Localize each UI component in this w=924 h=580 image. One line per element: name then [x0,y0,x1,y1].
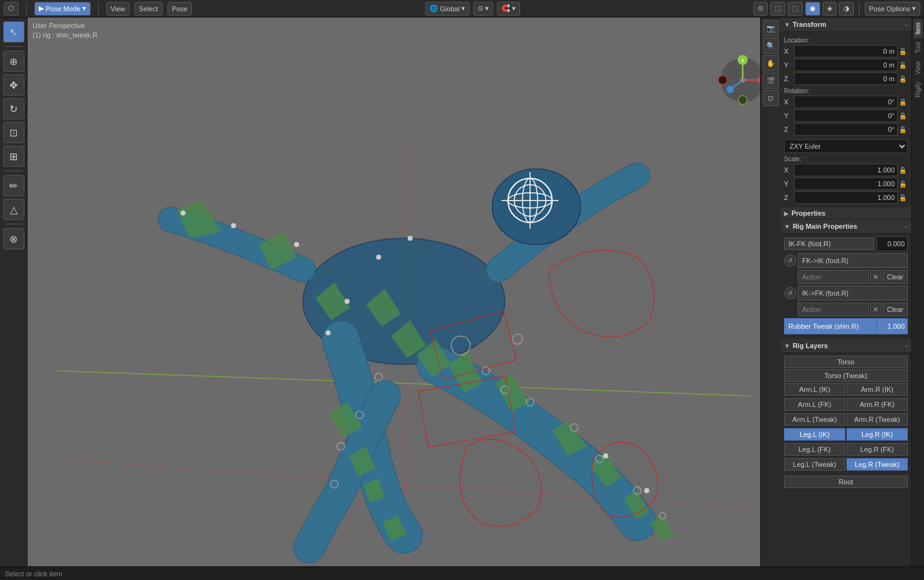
torso-btn[interactable]: Torso [784,356,908,368]
rot-z-input[interactable] [794,123,898,136]
clear-x-btn-2[interactable]: ✕ [870,302,881,316]
rotate-tool-btn[interactable]: ↻ [3,98,24,119]
transform-tool-btn[interactable]: ⊞ [3,146,24,167]
properties-title: Properties [791,209,908,217]
extra-tool-btn[interactable]: ⊗ [3,228,24,249]
scale-y-input[interactable] [794,178,898,190]
pose-menu[interactable]: Pose [168,2,192,16]
view-menu[interactable]: View [106,2,130,16]
editor-type-btn[interactable]: ⬡ [4,2,19,16]
leg-r-fk-btn[interactable]: Leg.R (FK) [846,443,908,456]
snap-btn[interactable]: 🧲 ▾ [497,2,520,16]
tool-sep-3 [4,224,23,224]
render-btn[interactable]: 🎬 [763,72,779,89]
rot-z-lock[interactable]: 🔓 [899,126,908,133]
arm-r-fk-btn[interactable]: Arm.R (FK) [846,398,908,411]
action-label-1: Action [798,270,869,284]
scale-y-row: Y 🔓 [784,178,908,190]
fk-ik-icon[interactable]: ↺ [784,254,796,267]
rot-x-lock[interactable]: 🔓 [899,99,908,106]
select-tool-btn[interactable]: ↖ [3,21,24,42]
rot-y-lock[interactable]: 🔓 [899,112,908,119]
ortho-btn[interactable]: ⊡ [763,90,779,106]
proportional-icon: ⊙ [478,4,483,12]
viewport[interactable]: User Perspective (1) rig : shin_tweak.R [28,18,780,566]
loc-y-input[interactable] [794,59,898,71]
loc-y-lock[interactable]: 🔓 [899,62,908,69]
transform-section-header[interactable]: ▼ Transform ··· [780,18,911,32]
scale-z-input[interactable] [794,191,898,204]
properties-section-header[interactable]: ▶ Properties [780,208,911,219]
fk-ik-label: FK->IK (foot.R) [798,253,908,268]
camera-persp-btn[interactable]: 📷 [763,20,779,36]
shading-2[interactable]: ◉ [805,2,820,16]
clear-btn-1[interactable]: Clear [883,270,908,284]
shading-1[interactable]: ⬚ [788,2,803,16]
shading-4[interactable]: ◑ [839,2,854,16]
scale-label: Scale: [784,156,908,162]
annotation-tool-btn[interactable]: ✏ [3,175,24,196]
overlay-btn[interactable]: ⊙ [753,2,768,16]
arm-r-ik-btn[interactable]: Arm.R (IK) [846,383,908,396]
proportional-btn[interactable]: ⊙ ▾ [473,2,493,16]
loc-z-input[interactable] [794,72,898,85]
pose-options-btn[interactable]: Pose Options ▾ [865,2,920,16]
loc-z-lock[interactable]: 🔓 [899,76,908,82]
tab-rigify[interactable]: Rigify [913,78,923,101]
xray-btn[interactable]: ⬚ [770,2,785,16]
arm-ik-row: Arm.L (IK) Arm.R (IK) [784,383,908,397]
tab-view[interactable]: View [913,58,923,79]
euler-mode-select[interactable]: ZXY Euler [784,139,908,153]
scale-y-lock[interactable]: 🔓 [899,181,908,188]
rot-y-label: Y [784,112,793,119]
ik-fk-value[interactable] [876,236,908,251]
mode-selector[interactable]: ▶ Pose Mode ▾ [34,2,91,16]
arm-l-ik-btn[interactable]: Arm.L (IK) [784,383,845,396]
torso-tweak-btn[interactable]: Torso (Tweak) [784,369,908,382]
cursor-tool-btn[interactable]: ⊕ [3,51,24,72]
rot-y-input[interactable] [794,109,898,122]
measure-tool-btn[interactable]: △ [3,199,24,220]
arm-l-tweak-btn[interactable]: Arm.L (Tweak) [784,413,845,426]
zoom-btn[interactable]: 🔍 [763,38,779,54]
loc-x-input[interactable] [794,45,898,58]
rig-layers-section-header[interactable]: ▼ Rig Layers ··· [780,339,911,353]
tab-item[interactable]: Item [913,19,923,38]
leg-l-ik-btn[interactable]: Leg.L (IK) [784,428,845,441]
location-label: Location: [784,37,908,44]
svg-point-58 [326,331,331,336]
select-menu[interactable]: Select [134,2,163,16]
tab-tool[interactable]: Tool [913,38,923,57]
global-selector[interactable]: 🌐 Global ▾ [425,2,470,16]
svg-point-69 [726,86,734,93]
tool-sep-1 [4,46,23,47]
shading-3[interactable]: ◈ [823,2,836,16]
leg-l-tweak-btn[interactable]: Leg.L (Tweak) [784,458,845,471]
rot-x-input[interactable] [794,96,898,108]
leg-r-ik-btn[interactable]: Leg.R (IK) [846,428,908,441]
clear-x-btn-1[interactable]: ✕ [870,270,881,284]
scale-z-row: Z 🔓 [784,191,908,204]
mode-arrow: ▾ [83,4,86,12]
leg-l-fk-btn[interactable]: Leg.L (FK) [784,443,845,456]
bottom-bar: Select or click item [0,566,924,580]
loc-x-lock[interactable]: 🔓 [899,48,908,55]
move-tool-btn[interactable]: ✥ [3,74,24,96]
leg-r-tweak-btn[interactable]: Leg.R (Tweak) [846,458,908,471]
viewport-right-tools: 📷 🔍 ✋ 🎬 ⊡ [760,18,780,566]
viewport-subtitle: (1) rig : shin_tweak.R [33,31,98,40]
arm-l-fk-btn[interactable]: Arm.L (FK) [784,398,845,411]
ik-fk-icon[interactable]: ↺ [784,287,796,299]
pan-btn[interactable]: ✋ [763,55,779,71]
rot-z-row: Z 🔓 [784,123,908,136]
top-right: ⊙ ⬚ ⬚ ◉ ◈ ◑ Pose Options ▾ [753,2,920,16]
scale-x-lock[interactable]: 🔓 [899,167,908,174]
clear-btn-2[interactable]: Clear [883,302,908,316]
scale-z-lock[interactable]: 🔓 [899,194,908,201]
root-btn[interactable]: Root [784,476,908,488]
pose-options-arrow: ▾ [912,4,916,12]
arm-r-tweak-btn[interactable]: Arm.R (Tweak) [846,413,908,426]
scale-x-input[interactable] [794,164,898,176]
scale-tool-btn[interactable]: ⊡ [3,122,24,143]
rig-main-section-header[interactable]: ▼ Rig Main Properties ··· [780,219,911,234]
